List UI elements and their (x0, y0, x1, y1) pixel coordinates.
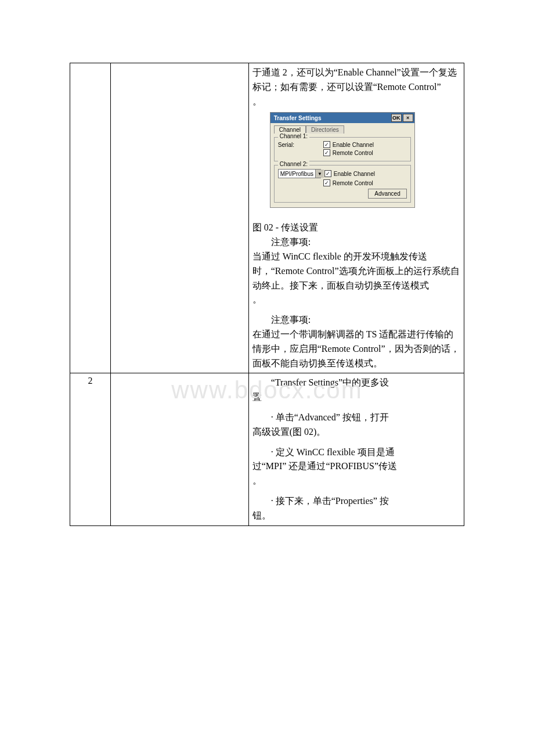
advanced-button[interactable]: Advanced (368, 189, 406, 199)
text: ”中的更多设 (338, 377, 389, 387)
row2-p3-line1: · 定义 WinCC flexible 项目是通 (252, 445, 460, 460)
text: Remote Control (377, 82, 437, 92)
group-channel2-label: Channel 2: (278, 161, 309, 167)
remote-control2-checkbox[interactable]: ✓ (323, 179, 330, 186)
row1-col3: 于通道 2，还可以为“Enable Channel”设置一个复选标记；如有需要，… (248, 63, 464, 373)
enable-channel2-label: Enable Channel (334, 171, 375, 177)
note1-heading: 注意事项: (252, 235, 460, 250)
figure-caption: 图 02 - 传送设置 (252, 221, 460, 235)
group-channel2: Channel 2: MPI/Profibus ▼ ✓ Enable Chann… (274, 165, 411, 203)
row1-para1: 于通道 2，还可以为“Enable Channel”设置一个复选标记；如有需要，… (252, 66, 460, 95)
remote-control1-label: Remote Control (333, 150, 373, 156)
tab-channel[interactable]: Channel (274, 125, 306, 134)
text: 。 (252, 476, 262, 485)
text: ” 按 (373, 496, 389, 506)
spacer (252, 440, 460, 445)
row2-p4-line2: 钮。 (252, 509, 460, 523)
text: 钮。 (252, 510, 271, 520)
row1-para2: 当通过 WinCC flexible 的开发环境触发传送时，“Remote Co… (252, 250, 460, 293)
dialog-body: Channel Directories Channel 1: Serial: ✓… (270, 123, 414, 207)
close-button[interactable]: × (403, 114, 413, 122)
row2-p1-line2: 置 (252, 390, 460, 405)
serial-label: Serial: (278, 142, 323, 148)
text: 过“ (252, 461, 266, 471)
text: MPI (266, 461, 282, 471)
channel2-select[interactable]: MPI/Profibus ▼ (278, 169, 321, 178)
enable-channel1-label: Enable Channel (333, 142, 374, 148)
text: Remote Control (322, 344, 381, 354)
row2-p3-line2: 过“MPI” 还是通过“PROFIBUS”传送 (252, 459, 460, 474)
text: 。 (252, 96, 262, 106)
row1-para3: 在通过一个带调制解调器的 TS 适配器进行传输的情形中，应启用“Remote C… (252, 327, 460, 370)
text: “ (271, 377, 275, 387)
group-channel1: Channel 1: Serial: ✓ Enable Channel ✓ Re (274, 137, 411, 161)
enable-channel1-checkbox[interactable]: ✓ (323, 141, 330, 148)
group-channel1-label: Channel 1: (278, 133, 309, 139)
note2-heading: 注意事项: (252, 313, 460, 327)
row1-para1-end: 。 (252, 95, 460, 109)
text: ”传送 (374, 461, 397, 471)
text: Properties (335, 496, 373, 506)
row2-p3-line3: 。 (252, 474, 460, 488)
text: ” 按钮，打开 (336, 412, 389, 422)
text: ” 还是通过“ (282, 461, 330, 471)
content-table: 于通道 2，还可以为“Enable Channel”设置一个复选标记；如有需要，… (70, 63, 464, 526)
spacer (252, 210, 460, 221)
text: 置 (252, 392, 262, 402)
text: · 接下来，单击“ (271, 496, 335, 506)
spacer (252, 488, 460, 494)
text: Transfer Settings (275, 377, 338, 387)
row2-col3: “Transfer Settings”中的更多设 置 · 单击“Advanced… (248, 373, 464, 525)
text: Remote Control (275, 266, 335, 276)
dialog-title: Transfer Settings (274, 115, 322, 121)
row2-col1: 2 (70, 373, 111, 525)
row2-p2-line1: · 单击“Advanced” 按钮，打开 (252, 411, 460, 425)
text: · 定义 WinCC flexible 项目是通 (271, 447, 395, 457)
text: Enable Channel (338, 67, 397, 77)
remote-control1-checkbox[interactable]: ✓ (323, 149, 330, 156)
ok-button[interactable]: OK (391, 114, 402, 122)
spacer (252, 307, 460, 313)
row2-col2 (110, 373, 248, 525)
text: Advanced (298, 412, 336, 422)
text: 高级设置(图 02)。 (252, 427, 326, 437)
text: · 单击“ (271, 412, 298, 422)
text: PROFIBUS (330, 461, 374, 471)
spacer (252, 405, 460, 411)
enable-channel2-checkbox[interactable]: ✓ (324, 170, 331, 177)
row2-p1-line1: “Transfer Settings”中的更多设 (252, 376, 460, 390)
remote-control2-label: Remote Control (333, 180, 373, 186)
text: 于通道 2，还可以为“ (252, 67, 338, 77)
row1-para2-end: 。 (252, 293, 460, 307)
step-number: 2 (88, 376, 92, 386)
text: 。 (252, 294, 262, 304)
text: ” (437, 82, 441, 92)
tab-directories[interactable]: Directories (306, 125, 344, 134)
chevron-down-icon: ▼ (315, 170, 324, 178)
dialog-titlebar: Transfer Settings OK × (270, 113, 414, 123)
transfer-settings-dialog: Transfer Settings OK × Channel Directori… (270, 112, 415, 208)
row1-col2 (110, 63, 248, 373)
channel2-select-value: MPI/Profibus (279, 171, 315, 177)
row2-p4-line1: · 接下来，单击“Properties” 按 (252, 494, 460, 509)
row1-col1 (70, 63, 111, 373)
row2-p2-line2: 高级设置(图 02)。 (252, 425, 460, 440)
